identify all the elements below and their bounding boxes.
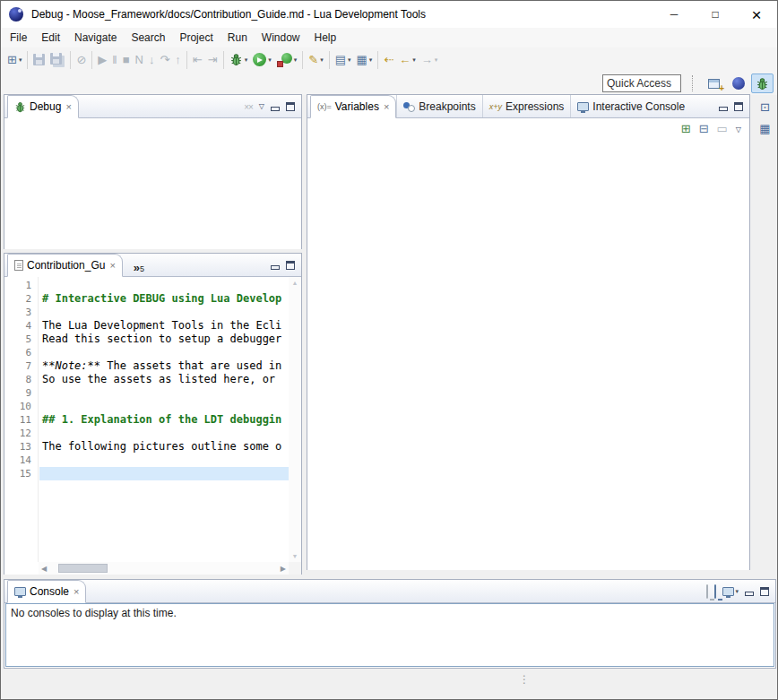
debug-view-tabrow: Debug × ×× ▽ <box>4 95 301 118</box>
editor-horizontal-scrollbar[interactable]: ◀ ▶ <box>39 562 289 575</box>
chevron-down-icon: ▾ <box>294 56 298 64</box>
toolbar-grip[interactable] <box>692 75 694 91</box>
scrollbar-thumb[interactable] <box>58 564 108 573</box>
scroll-up-icon[interactable]: ▲ <box>292 280 298 286</box>
step-return-button[interactable]: ↑ <box>172 50 184 70</box>
open-perspective-button[interactable] <box>703 73 725 93</box>
editor-tab-overflow[interactable]: » 5 <box>123 262 150 276</box>
view-menu-icon[interactable]: ▽ <box>736 125 741 134</box>
scroll-right-icon[interactable]: ▶ <box>281 565 286 573</box>
console-tabrow: Console × ▾ <box>4 580 775 603</box>
restore-view-button-2[interactable]: ▦ <box>756 119 775 137</box>
restore-view-icon: ⊡ <box>760 100 770 114</box>
open-console-button[interactable]: ▾ <box>722 587 739 596</box>
close-tab-icon[interactable]: × <box>65 101 71 112</box>
maximize-view-button[interactable] <box>286 261 295 270</box>
maximize-window-button[interactable]: □ <box>695 1 736 28</box>
debug-button[interactable]: ▾ <box>227 50 251 70</box>
disconnect-button[interactable]: N <box>133 50 146 70</box>
code-line <box>39 454 289 467</box>
menu-file[interactable]: File <box>3 29 34 47</box>
tab-debug[interactable]: Debug × <box>7 95 79 118</box>
console-view-panel: Console × ▾ No consoles to display at th… <box>4 579 776 669</box>
quick-access-input[interactable] <box>602 74 681 92</box>
tab-console[interactable]: Console × <box>7 580 86 603</box>
new-file-icon: ▤ <box>335 54 346 65</box>
view-menu-icon[interactable]: ▽ <box>259 102 264 110</box>
save-button[interactable] <box>30 50 48 70</box>
skip-all-breakpoints-button[interactable]: ⊘ <box>73 50 89 70</box>
show-logical-structure-button[interactable]: ⊞ <box>681 123 691 135</box>
chevron-down-icon: ▾ <box>735 588 739 595</box>
chevron-down-icon: ▾ <box>412 56 416 64</box>
minimize-view-button[interactable] <box>271 102 280 111</box>
maximize-view-button[interactable] <box>760 587 769 596</box>
last-edit-location-button[interactable]: ⇠ <box>381 50 396 70</box>
minimize-view-button[interactable] <box>271 261 280 270</box>
run-button[interactable]: ▾ <box>250 50 274 70</box>
new-wizard-button[interactable]: ⊞▾ <box>4 50 24 70</box>
variables-view-content[interactable] <box>307 140 749 570</box>
tab-expressions[interactable]: x+y Expressions <box>482 95 571 117</box>
scroll-left-icon[interactable]: ◀ <box>41 565 47 573</box>
debug-perspective-icon <box>756 77 769 91</box>
minimize-window-button[interactable]: ─ <box>653 1 695 28</box>
step-over-button[interactable]: ↷ <box>157 50 172 70</box>
variables-view-corner <box>719 95 749 117</box>
menu-search[interactable]: Search <box>124 29 172 47</box>
menu-help[interactable]: Help <box>307 29 344 47</box>
tab-contribution-guide[interactable]: Contribution_Gu × <box>7 254 123 277</box>
menu-edit[interactable]: Edit <box>34 29 67 47</box>
display-selected-console-button[interactable] <box>714 585 716 598</box>
menu-run[interactable]: Run <box>220 29 255 47</box>
maximize-view-button[interactable] <box>734 102 743 111</box>
maximize-view-button[interactable] <box>286 102 295 111</box>
sash-handle[interactable]: ⋮ <box>519 673 530 686</box>
drop-to-frame-button[interactable]: ⇤ <box>190 50 205 70</box>
terminate-button[interactable]: ■ <box>120 50 133 70</box>
debug-view-content[interactable] <box>4 118 301 249</box>
toolbar-separator <box>186 51 187 69</box>
tab-variables[interactable]: (x)= Variables × <box>310 95 396 118</box>
editor-vertical-scrollbar[interactable]: ▲ ▼ <box>289 277 301 562</box>
variables-view-toolbar: ⊞ ⊟ ▭ ▽ <box>307 118 749 140</box>
magic-wand-button[interactable]: ✎▾ <box>306 50 325 70</box>
debug-perspective-button[interactable] <box>751 73 774 93</box>
close-window-button[interactable]: × <box>736 1 777 28</box>
open-element-button[interactable]: ▦▾ <box>353 50 375 70</box>
new-file-button[interactable]: ▤▾ <box>333 50 354 70</box>
tab-breakpoints[interactable]: Breakpoints <box>396 95 481 117</box>
close-tab-icon[interactable]: × <box>384 101 389 112</box>
code-line: The Lua Development Tools in the Ecli <box>39 319 289 333</box>
collapse-all-button[interactable]: ⊟ <box>699 123 709 135</box>
minimize-view-button[interactable] <box>719 102 728 111</box>
menu-window[interactable]: Window <box>255 29 307 47</box>
remove-all-terminated-button[interactable]: ×× <box>244 100 253 113</box>
console-content[interactable]: No consoles to display at this time. <box>5 603 774 667</box>
external-tools-button[interactable]: ▾ <box>274 50 300 70</box>
scroll-down-icon[interactable]: ▼ <box>292 553 298 559</box>
pin-view-button[interactable]: ▭ <box>717 123 728 135</box>
minimize-view-button[interactable] <box>745 587 754 596</box>
code-area[interactable]: # Interactive DEBUG using Lua Develop Th… <box>39 277 289 562</box>
resume-button[interactable]: ▶ <box>95 50 109 70</box>
restore-view-button-1[interactable]: ⊡ <box>756 98 775 116</box>
menu-project[interactable]: Project <box>172 29 220 47</box>
menu-navigate[interactable]: Navigate <box>67 29 124 47</box>
close-tab-icon[interactable]: × <box>73 586 79 597</box>
file-icon <box>14 260 23 271</box>
pin-console-button[interactable] <box>706 585 708 598</box>
use-step-filters-button[interactable]: ⇥ <box>205 50 220 70</box>
back-button[interactable]: ←▾ <box>396 50 419 70</box>
tab-interactive-console[interactable]: Interactive Console <box>570 95 691 117</box>
line-number-ruler[interactable]: 123456789101112131415 <box>4 277 39 562</box>
lua-perspective-button[interactable] <box>727 73 749 93</box>
close-icon: × <box>751 6 761 23</box>
editor-panel: Contribution_Gu × » 5 123456789101112131… <box>4 253 302 575</box>
suspend-button[interactable]: ‖ <box>109 50 119 70</box>
save-all-button[interactable] <box>48 50 67 70</box>
scrollbar-track[interactable] <box>49 564 278 573</box>
close-tab-icon[interactable]: × <box>109 260 115 271</box>
forward-button[interactable]: →▾ <box>419 50 441 70</box>
step-into-button[interactable]: ↓ <box>146 50 158 70</box>
